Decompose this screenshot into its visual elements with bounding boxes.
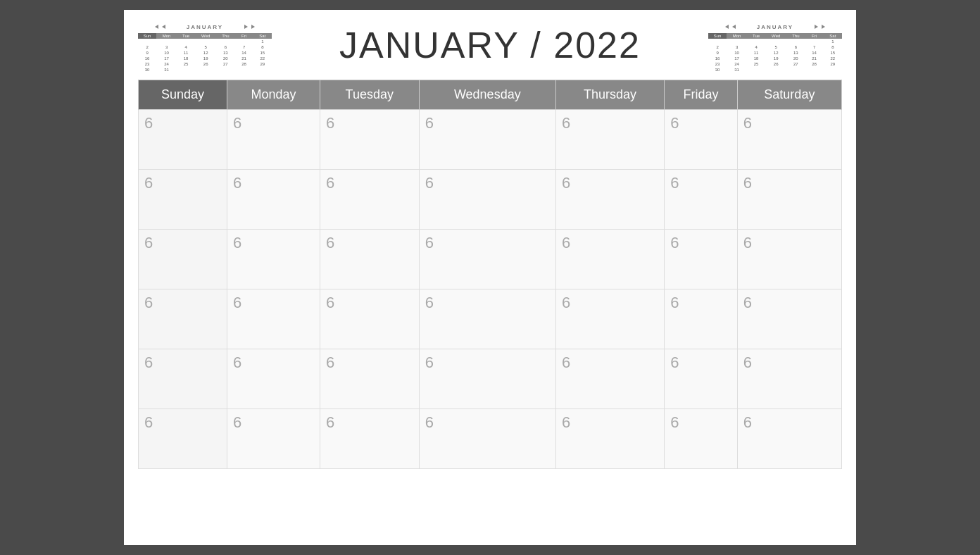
mini-cal-day[interactable]: 10: [727, 50, 747, 56]
calendar-cell-row5-col6[interactable]: 6: [737, 409, 841, 469]
mini-cal-day[interactable]: 4: [747, 44, 765, 50]
mini-cal-day[interactable]: 8: [824, 44, 842, 50]
mini-cal-day[interactable]: 22: [824, 56, 842, 61]
mini-cal-day[interactable]: 27: [786, 61, 805, 67]
mini-cal-day[interactable]: 13: [786, 50, 805, 56]
calendar-cell-row1-col2[interactable]: 6: [320, 170, 419, 230]
mini-cal-day[interactable]: 4: [177, 44, 195, 50]
mini-cal-day[interactable]: 1: [253, 39, 272, 44]
mini-cal-right-prev-icon[interactable]: [708, 24, 753, 30]
calendar-cell-row2-col0[interactable]: 6: [139, 230, 227, 289]
calendar-cell-row5-col2[interactable]: 6: [320, 409, 419, 469]
mini-cal-day[interactable]: 31: [727, 67, 747, 73]
mini-cal-day[interactable]: 21: [234, 56, 253, 61]
calendar-cell-row2-col2[interactable]: 6: [320, 230, 419, 289]
mini-cal-day[interactable]: 30: [138, 67, 156, 73]
mini-cal-day[interactable]: 23: [138, 61, 156, 67]
mini-cal-day[interactable]: 28: [234, 61, 253, 67]
calendar-cell-row4-col4[interactable]: 6: [555, 349, 664, 409]
calendar-cell-row4-col2[interactable]: 6: [320, 349, 419, 409]
calendar-cell-row2-col4[interactable]: 6: [555, 230, 664, 289]
mini-cal-day[interactable]: 12: [765, 50, 786, 56]
mini-cal-day[interactable]: 16: [138, 56, 156, 61]
mini-cal-day[interactable]: 5: [765, 44, 786, 50]
calendar-cell-row3-col6[interactable]: 6: [737, 289, 841, 349]
mini-cal-day[interactable]: 17: [727, 56, 747, 61]
calendar-cell-row5-col4[interactable]: 6: [555, 409, 664, 469]
calendar-cell-row2-col1[interactable]: 6: [227, 230, 320, 289]
calendar-cell-row3-col2[interactable]: 6: [320, 289, 419, 349]
calendar-cell-row4-col3[interactable]: 6: [419, 349, 555, 409]
mini-cal-day[interactable]: 10: [156, 50, 177, 56]
mini-cal-day[interactable]: 16: [708, 56, 727, 61]
mini-cal-right-next-icon[interactable]: [798, 24, 842, 30]
mini-cal-day[interactable]: 5: [195, 44, 216, 50]
calendar-cell-row1-col4[interactable]: 6: [555, 170, 664, 230]
mini-cal-day[interactable]: 19: [195, 56, 216, 61]
mini-cal-day[interactable]: 6: [216, 44, 234, 50]
mini-cal-left-next-icon[interactable]: [227, 24, 272, 30]
calendar-cell-row3-col1[interactable]: 6: [227, 289, 320, 349]
calendar-cell-row5-col0[interactable]: 6: [139, 409, 227, 469]
mini-cal-day[interactable]: 8: [253, 44, 272, 50]
mini-cal-day[interactable]: 22: [253, 56, 272, 61]
calendar-cell-row0-col5[interactable]: 6: [665, 110, 738, 170]
mini-cal-day[interactable]: 30: [708, 67, 727, 73]
mini-cal-day[interactable]: 3: [156, 44, 177, 50]
calendar-cell-row4-col0[interactable]: 6: [139, 349, 227, 409]
calendar-cell-row0-col6[interactable]: 6: [737, 110, 841, 170]
calendar-cell-row3-col4[interactable]: 6: [555, 289, 664, 349]
mini-cal-day[interactable]: 21: [805, 56, 823, 61]
mini-cal-day[interactable]: 26: [195, 61, 216, 67]
mini-cal-day[interactable]: 12: [195, 50, 216, 56]
calendar-cell-row0-col1[interactable]: 6: [227, 110, 320, 170]
calendar-cell-row0-col2[interactable]: 6: [320, 110, 419, 170]
mini-cal-day[interactable]: 7: [234, 44, 253, 50]
calendar-cell-row3-col3[interactable]: 6: [419, 289, 555, 349]
mini-cal-day[interactable]: 23: [708, 61, 727, 67]
mini-cal-day[interactable]: 24: [156, 61, 177, 67]
mini-cal-left-prev-icon[interactable]: [138, 24, 182, 30]
calendar-cell-row5-col1[interactable]: 6: [227, 409, 320, 469]
mini-cal-day[interactable]: 2: [138, 44, 156, 50]
calendar-cell-row1-col6[interactable]: 6: [737, 170, 841, 230]
mini-cal-day[interactable]: 24: [727, 61, 747, 67]
mini-cal-day[interactable]: 28: [805, 61, 823, 67]
calendar-cell-row2-col6[interactable]: 6: [737, 230, 841, 289]
calendar-cell-row4-col6[interactable]: 6: [737, 349, 841, 409]
mini-cal-day[interactable]: 20: [216, 56, 234, 61]
calendar-cell-row3-col5[interactable]: 6: [665, 289, 738, 349]
calendar-cell-row2-col5[interactable]: 6: [665, 230, 738, 289]
calendar-cell-row1-col0[interactable]: 6: [139, 170, 227, 230]
mini-cal-day[interactable]: 29: [253, 61, 272, 67]
mini-cal-day[interactable]: 11: [747, 50, 765, 56]
mini-cal-day[interactable]: 9: [138, 50, 156, 56]
mini-cal-day[interactable]: 9: [708, 50, 727, 56]
mini-cal-day[interactable]: 20: [786, 56, 805, 61]
mini-cal-day[interactable]: 27: [216, 61, 234, 67]
mini-cal-day[interactable]: 15: [824, 50, 842, 56]
mini-cal-day[interactable]: 7: [805, 44, 823, 50]
mini-cal-day[interactable]: 19: [765, 56, 786, 61]
mini-cal-day[interactable]: 29: [824, 61, 842, 67]
mini-cal-day[interactable]: 1: [824, 39, 842, 44]
mini-cal-day[interactable]: 6: [786, 44, 805, 50]
calendar-cell-row5-col5[interactable]: 6: [665, 409, 738, 469]
mini-cal-day[interactable]: 14: [805, 50, 823, 56]
calendar-cell-row1-col3[interactable]: 6: [419, 170, 555, 230]
mini-cal-day[interactable]: 31: [156, 67, 177, 73]
calendar-cell-row3-col0[interactable]: 6: [139, 289, 227, 349]
mini-cal-day[interactable]: 18: [177, 56, 195, 61]
mini-cal-day[interactable]: 25: [177, 61, 195, 67]
mini-cal-day[interactable]: 2: [708, 44, 727, 50]
mini-cal-day[interactable]: 13: [216, 50, 234, 56]
calendar-cell-row0-col0[interactable]: 6: [139, 110, 227, 170]
calendar-cell-row5-col3[interactable]: 6: [419, 409, 555, 469]
mini-cal-day[interactable]: 18: [747, 56, 765, 61]
mini-cal-day[interactable]: 17: [156, 56, 177, 61]
calendar-cell-row1-col5[interactable]: 6: [665, 170, 738, 230]
calendar-cell-row0-col4[interactable]: 6: [555, 110, 664, 170]
calendar-cell-row2-col3[interactable]: 6: [419, 230, 555, 289]
calendar-cell-row4-col1[interactable]: 6: [227, 349, 320, 409]
mini-cal-day[interactable]: 25: [747, 61, 765, 67]
